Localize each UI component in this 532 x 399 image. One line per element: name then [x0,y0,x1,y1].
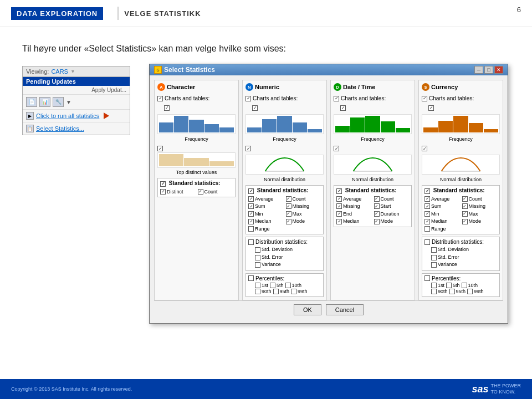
minimize-button[interactable]: ─ [474,66,483,74]
cbar2 [438,121,453,132]
num-pct5-cb[interactable] [270,283,275,288]
char-top-checkbox[interactable] [157,146,163,151]
toolbar-icon-1[interactable]: 📄 [26,97,37,107]
curr-pct99-cb[interactable] [467,289,473,294]
toolbar-icon-3[interactable]: 🔧 [53,97,64,107]
num-count-cb[interactable] [286,196,291,202]
numeric-column: N Numeric Charts and tables: [242,80,327,300]
dt-std-stats: Standard statistics: Average Count Missi… [334,185,412,227]
char-charts-label: Charts and tables: [157,95,236,101]
toolbar-icon-2[interactable]: 📊 [39,97,50,107]
num-charts-checkbox[interactable] [245,96,251,101]
curr-variance-cb[interactable] [431,262,437,268]
curr-charts-checkbox[interactable] [422,96,427,101]
curr-sum-cb[interactable] [424,203,430,209]
dt-std-checkbox[interactable] [336,188,342,194]
nbar1 [247,127,262,132]
apply-update-btn[interactable]: Apply Updat... [23,86,130,95]
dt-normal-checkbox[interactable] [334,146,339,151]
curr-max-cb[interactable] [462,211,468,217]
numeric-label: Numeric [255,84,279,90]
num-sum-cb[interactable] [248,203,254,209]
curr-variance-item: Variance [424,261,497,269]
dt-freq-checkbox[interactable] [340,105,346,111]
dtbar2 [350,117,365,132]
curr-range-cb[interactable] [424,226,430,232]
curr-stddev-cb[interactable] [431,247,437,253]
num-min-cb[interactable] [248,211,254,217]
num-stddev-cb[interactable] [255,247,260,253]
char-charts-checkbox[interactable] [157,96,163,101]
curr-stderr-cb[interactable] [431,255,437,260]
dt-median-cb[interactable] [336,219,342,224]
char-freq-checkbox[interactable] [164,105,170,111]
num-pct-checkbox[interactable] [248,275,254,281]
num-std-header: Standard statistics: [248,187,321,194]
dtbar1 [335,126,350,132]
dt-count-cb[interactable] [374,196,380,202]
dialog-controls: ─ □ ✕ [474,66,503,74]
dt-end-cb[interactable] [336,211,342,217]
num-avg-cb[interactable] [248,196,254,202]
num-pct99-cb[interactable] [291,289,296,294]
num-max-cb[interactable] [286,211,291,217]
curr-normal-checkbox[interactable] [422,146,427,151]
curr-std-checkbox[interactable] [424,188,430,194]
char-distinct-cb[interactable] [160,189,166,195]
curr-mode-cb[interactable] [462,219,468,224]
char-std-grid: Distinct Count [160,188,233,196]
curr-pct5-cb[interactable] [446,283,452,288]
close-button[interactable]: ✕ [494,66,503,74]
num-pct90-cb[interactable] [255,289,260,294]
curr-freq-checkbox[interactable] [428,105,434,111]
num-pct1-cb[interactable] [255,283,260,288]
curr-avg-cb[interactable] [424,196,430,202]
curr-missing-cb[interactable] [462,203,468,209]
num-pct95-cb[interactable] [273,289,279,294]
dt-missing-cb[interactable] [336,203,342,209]
num-dist-checkbox[interactable] [248,239,254,245]
curr-pct1-cb[interactable] [431,283,437,288]
curr-dist-header: Distribution statistics: [424,239,497,245]
num-freq-checkbox[interactable] [252,105,258,111]
bar2 [174,116,188,132]
num-variance-cb[interactable] [255,262,260,268]
curr-pct-row1: 1st 5th 10th [424,283,497,288]
num-median-cb[interactable] [248,219,254,224]
char-count-cb[interactable] [198,189,203,195]
ok-button[interactable]: OK [294,304,321,315]
select-stats-icon: 📋 [26,125,34,132]
dt-mode-cb[interactable] [374,219,380,224]
curr-median-cb[interactable] [424,219,430,224]
num-stderr-cb[interactable] [255,255,260,260]
num-mode-item: Mode [286,218,321,225]
curr-pct10-cb[interactable] [462,283,467,288]
curr-pct-checkbox[interactable] [424,275,430,281]
curr-pct90-cb[interactable] [431,289,437,294]
dt-start-cb[interactable] [374,203,380,209]
curr-count-cb[interactable] [462,196,468,202]
curr-dist-checkbox[interactable] [424,239,430,245]
dt-avg-cb[interactable] [336,196,342,202]
num-pct10-cb[interactable] [285,283,291,288]
char-std-checkbox[interactable] [160,181,166,187]
num-charts-label: Charts and tables: [245,95,324,101]
maximize-button[interactable]: □ [484,66,493,74]
run-stats-link[interactable]: Click to run all statistics [36,112,99,119]
num-mode-cb[interactable] [286,219,291,224]
curr-sum-item: Sum [424,203,460,210]
dt-charts-checkbox[interactable] [334,96,339,101]
curr-std-grid: Average Count Sum Missing Min Max Median… [424,196,497,233]
dt-duration-cb[interactable] [374,211,380,217]
cancel-button[interactable]: Cancel [326,304,364,315]
num-range-cb[interactable] [248,226,254,232]
sas-tagline-line2: TO KNOW. [490,389,521,395]
curr-pct95-cb[interactable] [449,289,455,294]
num-missing-cb[interactable] [286,203,291,209]
curr-min-cb[interactable] [424,211,430,217]
pending-updates-label: Pending Updates [23,77,130,86]
num-std-checkbox[interactable] [248,188,254,194]
num-normal-checkbox[interactable] [245,146,251,151]
num-avg-item: Average [248,196,284,203]
select-stats-link[interactable]: Select Statistics... [36,125,84,132]
